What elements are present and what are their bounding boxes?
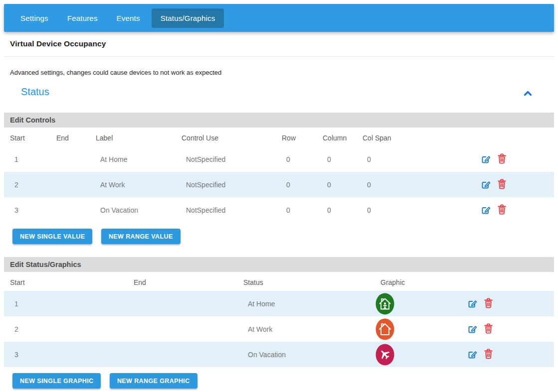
new-range-graphic-button[interactable]: NEW RANGE GRAPHIC (110, 373, 197, 389)
delete-button[interactable] (484, 349, 493, 361)
trash-icon (498, 153, 506, 164)
cell-row: 0 (276, 172, 317, 197)
delete-button[interactable] (498, 153, 506, 165)
delete-button[interactable] (484, 323, 493, 335)
edit-controls-header: Edit Controls (4, 113, 554, 128)
edit-status-graphics-header: Edit Status/Graphics (4, 257, 554, 272)
cell-start: 1 (4, 146, 50, 172)
cell-control-use: NotSpecified (176, 172, 276, 197)
edit-button[interactable] (481, 204, 491, 216)
home-occupied-icon (375, 293, 394, 315)
cell-label: At Work (90, 172, 176, 197)
cell-control-use: NotSpecified (176, 197, 276, 223)
col-column: Column (317, 128, 357, 146)
cell-status: At Work (237, 316, 374, 342)
delete-button[interactable] (498, 204, 506, 216)
col-actions (470, 128, 554, 146)
new-range-value-button[interactable]: NEW RANGE VALUE (101, 229, 181, 244)
edit-controls-table: Start End Label Control Use Row Column C… (4, 128, 554, 223)
trash-icon (498, 179, 506, 189)
graphics-buttons: NEW SINGLE GRAPHIC NEW RANGE GRAPHIC (12, 373, 554, 389)
cell-end (128, 316, 237, 342)
edit-icon (481, 153, 491, 164)
col-actions (457, 272, 554, 291)
cell-col-span: 0 (357, 146, 470, 172)
graphics-header-row: Start End Status Graphic (4, 272, 554, 291)
tab-events[interactable]: Events (109, 9, 148, 27)
page: Settings Features Events Status/Graphics… (0, 0, 558, 389)
cell-status: On Vacation (237, 342, 374, 367)
cell-start: 2 (4, 172, 50, 197)
col-col-span: Col Span (357, 128, 470, 146)
page-title: Virtual Device Occupancy (10, 39, 554, 48)
delete-button[interactable] (484, 298, 493, 310)
cell-graphic (374, 316, 457, 342)
col-start: Start (4, 272, 128, 291)
cell-start: 2 (4, 316, 128, 342)
cell-col-span: 0 (357, 197, 470, 223)
table-row: 3 On Vacation NotSpecified 0 0 0 (4, 197, 554, 223)
cell-actions (457, 316, 554, 342)
controls-buttons: NEW SINGLE VALUE NEW RANGE VALUE (12, 229, 554, 244)
tab-settings[interactable]: Settings (13, 9, 56, 27)
cell-row: 0 (276, 197, 317, 223)
table-row: 1 At Home (4, 291, 554, 316)
trash-icon (484, 349, 493, 359)
edit-button[interactable] (467, 323, 478, 335)
chevron-up-icon[interactable] (524, 89, 532, 98)
cell-start: 3 (4, 342, 128, 367)
cell-column: 0 (317, 172, 357, 197)
edit-icon (481, 204, 491, 215)
new-single-value-button[interactable]: NEW SINGLE VALUE (12, 229, 92, 244)
edit-button[interactable] (481, 153, 491, 165)
divider (4, 56, 554, 57)
table-row: 3 On Vacation (4, 342, 554, 367)
status-section-header[interactable]: Status (4, 85, 554, 101)
home-icon (375, 318, 394, 340)
table-row: 1 At Home NotSpecified 0 0 0 (4, 146, 554, 172)
cell-actions (457, 342, 554, 367)
table-row: 2 At Work (4, 316, 554, 342)
trash-icon (484, 298, 493, 308)
edit-icon (467, 323, 478, 334)
cell-end (128, 342, 237, 367)
col-control-use: Control Use (176, 128, 276, 146)
trash-icon (498, 204, 506, 215)
delete-button[interactable] (498, 179, 506, 191)
edit-icon (467, 349, 478, 359)
cell-row: 0 (276, 146, 317, 172)
cell-col-span: 0 (357, 172, 470, 197)
cell-column: 0 (317, 146, 357, 172)
top-nav: Settings Features Events Status/Graphics (4, 4, 554, 32)
cell-end (50, 172, 90, 197)
edit-icon (481, 179, 491, 189)
col-status: Status (237, 272, 374, 291)
cell-start: 3 (4, 197, 50, 223)
new-single-graphic-button[interactable]: NEW SINGLE GRAPHIC (12, 373, 101, 389)
tab-status-graphics[interactable]: Status/Graphics (152, 8, 224, 28)
cell-control-use: NotSpecified (176, 146, 276, 172)
tab-features[interactable]: Features (60, 9, 105, 27)
cell-graphic (374, 342, 457, 367)
cell-end (50, 146, 90, 172)
cell-end (128, 291, 237, 316)
cell-start: 1 (4, 291, 128, 316)
cell-actions (470, 146, 554, 172)
trash-icon (484, 323, 493, 334)
status-section-title: Status (21, 86, 49, 97)
cell-label: On Vacation (90, 197, 176, 223)
col-start: Start (4, 128, 50, 146)
edit-button[interactable] (467, 298, 478, 310)
controls-header-row: Start End Label Control Use Row Column C… (4, 128, 554, 146)
col-graphic: Graphic (374, 272, 457, 291)
col-row: Row (276, 128, 317, 146)
cell-actions (470, 172, 554, 197)
col-label: Label (90, 128, 176, 146)
cell-actions (470, 197, 554, 223)
edit-icon (467, 298, 478, 308)
edit-status-graphics-table: Start End Status Graphic 1 At Home (4, 272, 554, 367)
table-row: 2 At Work NotSpecified 0 0 0 (4, 172, 554, 197)
edit-button[interactable] (467, 349, 478, 361)
col-end: End (50, 128, 90, 146)
edit-button[interactable] (481, 179, 491, 191)
